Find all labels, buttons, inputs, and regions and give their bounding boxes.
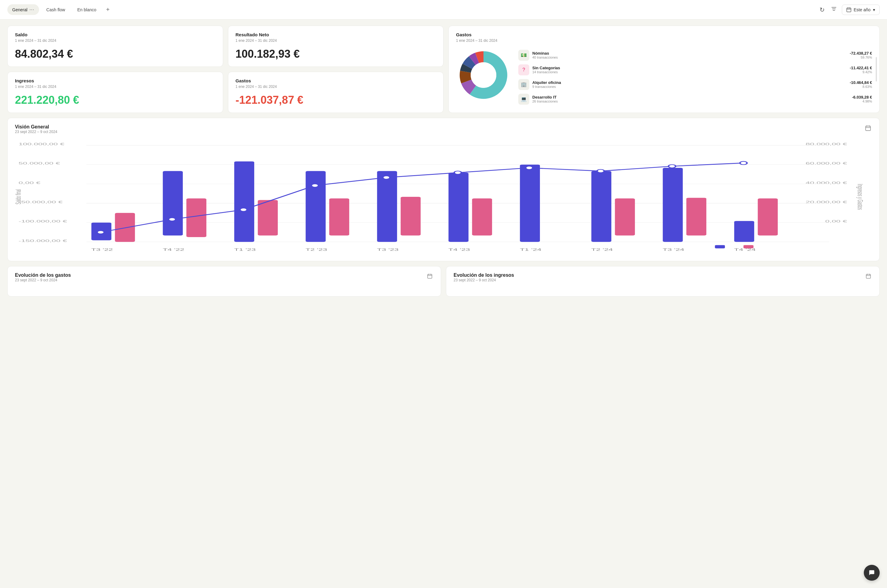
svg-rect-3 bbox=[847, 8, 851, 12]
line-dot-t4-22 bbox=[168, 218, 176, 221]
nominas-pct: 59.76% bbox=[850, 56, 872, 59]
sincategoria-amount: -11.422,41 € bbox=[850, 66, 872, 70]
chat-button[interactable] bbox=[864, 565, 879, 580]
evolucion-gastos-calendar-button[interactable] bbox=[426, 273, 434, 281]
gastos-item-alquiler: 🏢 Alquiler oficina 9 transacciones -10.4… bbox=[518, 79, 872, 90]
chart-calendar-button[interactable] bbox=[864, 124, 872, 134]
svg-text:T2 '24: T2 '24 bbox=[591, 248, 613, 252]
chevron-down-icon: ▾ bbox=[873, 8, 875, 12]
sincategoria-icon: ? bbox=[518, 64, 529, 75]
top-cards-row: Saldo 1 ene 2024 – 31 dic 2024 84.802,34… bbox=[8, 26, 879, 113]
svg-text:T3 '22: T3 '22 bbox=[91, 248, 113, 252]
scroll-hint bbox=[876, 57, 877, 81]
vision-title: Visión General bbox=[15, 124, 57, 130]
line-dot-t1-23 bbox=[240, 208, 247, 212]
evolucion-ingresos-calendar-button[interactable] bbox=[865, 273, 872, 281]
tab-general[interactable]: General ⋯ bbox=[8, 4, 39, 15]
tab-enblanco[interactable]: En blanco bbox=[72, 5, 101, 15]
chart-area: 100.000,00 € 50.000,00 € 0,00 € -50.000,… bbox=[15, 139, 872, 255]
line-dot-t3-23 bbox=[383, 176, 390, 179]
nominas-icon: 💵 bbox=[518, 50, 529, 61]
ingresos-date: 1 ene 2024 – 31 dic 2024 bbox=[15, 84, 216, 89]
left-cards: Saldo 1 ene 2024 – 31 dic 2024 84.802,34… bbox=[8, 26, 223, 113]
bar-blue-t2-24 bbox=[591, 171, 611, 242]
filter-icon bbox=[831, 6, 837, 12]
sincategoria-name: Sin Categorías bbox=[532, 66, 847, 70]
evolucion-gastos-card: Evolución de los gastos 23 sept 2022 – 9… bbox=[8, 266, 441, 297]
evolucion-ingresos-date: 23 sept 2022 – 9 oct 2024 bbox=[453, 278, 514, 282]
svg-text:-150.000,00 €: -150.000,00 € bbox=[19, 238, 67, 243]
resultado-date: 1 ene 2024 – 31 dic 2024 bbox=[236, 39, 436, 43]
alquiler-pct: 8.63% bbox=[850, 85, 872, 88]
sincategoria-trans: 14 transacciones bbox=[532, 70, 847, 74]
bar-red-t4-23 bbox=[472, 198, 492, 235]
alquiler-name: Alquiler oficina bbox=[532, 80, 847, 85]
bar-blue-t3-23 bbox=[377, 171, 397, 242]
gastos-big-title: Gastos bbox=[456, 32, 872, 37]
saldo-card: Saldo 1 ene 2024 – 31 dic 2024 84.802,34… bbox=[8, 26, 223, 67]
gastos-big-card: Gastos 1 ene 2024 – 31 dic 2024 bbox=[449, 26, 879, 113]
resultado-card: Resultado Neto 1 ene 2024 – 31 dic 2024 … bbox=[228, 26, 444, 67]
svg-rect-49 bbox=[743, 245, 753, 248]
desarrolloit-amount: -6.039,28 € bbox=[852, 95, 872, 99]
tab-cashflow[interactable]: Cash flow bbox=[42, 5, 70, 15]
calendar-icon bbox=[846, 8, 851, 12]
chat-icon bbox=[868, 569, 875, 576]
nav-right: ↻ Este año ▾ bbox=[818, 4, 879, 15]
calendar-icon bbox=[866, 274, 871, 279]
gastos-item-nominas: 💵 Nóminas 40 transacciones -72.438,27 € … bbox=[518, 50, 872, 61]
ingresos-title: Ingresos bbox=[15, 78, 216, 83]
bar-red-t4-22 bbox=[186, 198, 207, 237]
menu-dots-icon[interactable]: ⋯ bbox=[29, 7, 34, 12]
evolucion-gastos-title: Evolución de los gastos bbox=[15, 273, 71, 278]
calendar-icon bbox=[865, 125, 871, 131]
saldo-date: 1 ene 2024 – 31 dic 2024 bbox=[15, 39, 216, 43]
svg-text:T3 '23: T3 '23 bbox=[377, 248, 399, 252]
desarrolloit-pct: 4.98% bbox=[852, 99, 872, 103]
svg-text:T4 '22: T4 '22 bbox=[163, 248, 185, 252]
evolucion-ingresos-card: Evolución de los ingresos 23 sept 2022 –… bbox=[446, 266, 879, 297]
desarrolloit-icon: 💻 bbox=[518, 94, 529, 105]
date-selector-button[interactable]: Este año ▾ bbox=[842, 4, 879, 15]
desarrolloit-name: Desarrollo IT bbox=[532, 95, 849, 99]
saldo-value: 84.802,34 € bbox=[15, 48, 216, 60]
bar-blue-t1-24 bbox=[520, 165, 540, 242]
nominas-trans: 40 transacciones bbox=[532, 56, 847, 59]
nominas-amount: -72.438,27 € bbox=[850, 51, 872, 56]
svg-rect-48 bbox=[715, 245, 725, 248]
svg-point-14 bbox=[471, 62, 496, 88]
svg-text:100.000,00 €: 100.000,00 € bbox=[19, 142, 65, 146]
svg-rect-50 bbox=[428, 274, 432, 278]
svg-text:T2 '23: T2 '23 bbox=[306, 248, 327, 252]
donut-chart bbox=[456, 48, 511, 102]
bar-red-t3-23 bbox=[401, 197, 421, 236]
center-cards: Resultado Neto 1 ene 2024 – 31 dic 2024 … bbox=[228, 26, 444, 113]
main-content: Saldo 1 ene 2024 – 31 dic 2024 84.802,34… bbox=[0, 20, 887, 303]
sincategoria-pct: 9.42% bbox=[850, 70, 872, 74]
svg-text:Ingresos y Gastos: Ingresos y Gastos bbox=[856, 184, 864, 210]
svg-text:T4 '23: T4 '23 bbox=[449, 248, 470, 252]
ingresos-value: 221.220,80 € bbox=[15, 94, 216, 106]
gastos-list: 💵 Nóminas 40 transacciones -72.438,27 € … bbox=[518, 48, 872, 106]
svg-rect-54 bbox=[866, 274, 870, 278]
filter-button[interactable] bbox=[830, 4, 838, 15]
calendar-icon bbox=[427, 274, 432, 279]
line-dot-t3-24 bbox=[668, 165, 675, 168]
gastos-big-date: 1 ene 2024 – 31 dic 2024 bbox=[456, 39, 872, 43]
gastos-inner: 💵 Nóminas 40 transacciones -72.438,27 € … bbox=[456, 48, 872, 106]
bar-blue-t2-23 bbox=[306, 171, 326, 242]
bar-red-t2-23 bbox=[329, 198, 350, 235]
line-dot-t2-24 bbox=[597, 170, 604, 173]
svg-text:T3 '24: T3 '24 bbox=[663, 248, 684, 252]
gastos-item-desarrolloit: 💻 Desarrollo IT 26 transacciones -6.039,… bbox=[518, 94, 872, 105]
svg-text:50.000,00 €: 50.000,00 € bbox=[19, 161, 60, 165]
bar-blue-t4-24 bbox=[734, 221, 754, 242]
refresh-button[interactable]: ↻ bbox=[818, 5, 826, 15]
add-tab-button[interactable]: + bbox=[104, 5, 112, 14]
svg-text:T1 '23: T1 '23 bbox=[234, 248, 256, 252]
line-dot-t3-22 bbox=[97, 231, 104, 234]
bottom-row: Evolución de los gastos 23 sept 2022 – 9… bbox=[8, 266, 879, 297]
bar-blue-t4-23 bbox=[449, 173, 468, 242]
bar-red-t2-24 bbox=[615, 198, 635, 235]
bar-blue-t4-22 bbox=[163, 171, 183, 236]
